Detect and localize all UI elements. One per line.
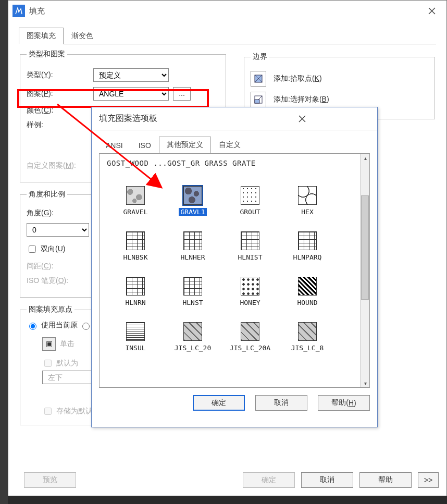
swatch-icon bbox=[298, 231, 317, 250]
palette-item-hex[interactable]: HEX bbox=[279, 186, 336, 216]
swatch-icon bbox=[126, 186, 145, 205]
palette-item-hlnparq[interactable]: HLNPARQ bbox=[279, 231, 336, 261]
pattern-browse-button[interactable]: ... bbox=[173, 87, 191, 101]
help-button[interactable]: 帮助 bbox=[359, 472, 412, 488]
palette-cancel-button[interactable]: 取消 bbox=[255, 395, 307, 411]
swatch-icon bbox=[126, 322, 145, 341]
swatch-icon bbox=[126, 277, 145, 296]
palette-scrollbar[interactable]: ▴ ▾ bbox=[360, 154, 369, 387]
angle-combo[interactable]: 0 bbox=[27, 223, 89, 237]
swatch-icon bbox=[183, 277, 202, 296]
palette-item-gravl1[interactable]: GRAVL1 bbox=[164, 186, 221, 216]
palette-item-insul[interactable]: INSUL bbox=[107, 322, 164, 352]
palette-item-hlnbsk[interactable]: HLNBSK bbox=[107, 231, 164, 261]
type-label: 类型(Y): bbox=[27, 70, 89, 80]
tab-pattern[interactable]: 图案填充 bbox=[19, 28, 64, 44]
type-pattern-legend: 类型和图案 bbox=[27, 50, 67, 59]
swatch-icon bbox=[298, 277, 317, 296]
swatch-icon bbox=[298, 322, 317, 341]
angle-scale-legend: 角度和比例 bbox=[27, 190, 67, 199]
boundary-legend: 边界 bbox=[251, 52, 269, 62]
swatch-icon bbox=[298, 186, 317, 205]
palette-tab-custom[interactable]: 自定义 bbox=[211, 137, 249, 153]
ok-button: 确定 bbox=[243, 472, 295, 488]
use-current-origin-radio[interactable]: 使用当前原 bbox=[27, 321, 78, 330]
swatch-label: JIS_LC_20A bbox=[230, 344, 270, 352]
swatch-label: JIS_LC_20 bbox=[175, 344, 211, 352]
swatch-icon bbox=[183, 322, 202, 341]
tab-gradient[interactable]: 渐变色 bbox=[64, 28, 101, 44]
swatch-icon bbox=[241, 322, 259, 341]
palette-title: 填充图案选项板 bbox=[99, 113, 234, 124]
app-icon bbox=[13, 5, 25, 17]
palette-item-gravel[interactable]: GRAVEL bbox=[107, 186, 164, 216]
type-combo[interactable]: 预定义 bbox=[93, 68, 169, 82]
add-select-obj-button[interactable] bbox=[251, 92, 266, 107]
palette-list[interactable]: GOST_WOOD ...GOST_GR GRASS GRATE GRAVELG… bbox=[99, 153, 370, 388]
swatch-label: HLNRN bbox=[125, 299, 145, 306]
swatch-icon bbox=[241, 186, 259, 205]
spacing-label: 间距(C): bbox=[27, 262, 89, 271]
palette-item-hlnher[interactable]: HLNHER bbox=[164, 231, 221, 261]
swatch-label: HLNPARQ bbox=[293, 253, 322, 261]
default-to-check: 默认为 bbox=[42, 358, 78, 368]
swatch-icon bbox=[183, 231, 202, 250]
scroll-up-icon[interactable]: ▴ bbox=[361, 154, 369, 162]
click-set-label: 单击 bbox=[60, 339, 74, 349]
palette-item-hound[interactable]: HOUND bbox=[279, 277, 336, 306]
expand-button[interactable]: >> bbox=[418, 472, 439, 488]
palette-close-button[interactable] bbox=[234, 111, 370, 127]
main-tabs: 图案填充 渐变色 bbox=[19, 27, 436, 44]
swatch-label: GRAVEL bbox=[123, 208, 148, 216]
palette-item-jis_lc_20[interactable]: JIS_LC_20 bbox=[164, 322, 221, 352]
sample-label: 样例: bbox=[27, 120, 89, 130]
iso-pen-label: ISO 笔宽(O): bbox=[27, 276, 89, 286]
palette-tab-iso[interactable]: ISO bbox=[131, 138, 159, 153]
scroll-down-icon[interactable]: ▾ bbox=[361, 379, 369, 387]
swatch-label: HLNST bbox=[182, 299, 203, 306]
palette-tab-ansi[interactable]: ANSI bbox=[98, 138, 131, 153]
window-title: 填充 bbox=[29, 6, 421, 16]
palette-partial-row: GOST_WOOD ...GOST_GR GRASS GRATE bbox=[107, 159, 362, 167]
add-select-label: 添加:选择对象(B) bbox=[274, 95, 329, 104]
color-label: 颜色(C): bbox=[27, 106, 89, 115]
swatch-icon bbox=[183, 186, 202, 205]
scroll-thumb[interactable] bbox=[361, 195, 369, 300]
palette-item-grout[interactable]: GROUT bbox=[221, 186, 279, 216]
swatch-label: HOUND bbox=[297, 299, 317, 306]
swatch-label: INSUL bbox=[125, 344, 145, 352]
hatch-palette-dialog: 填充图案选项板 ANSI ISO 其他预定义 自定义 GOST_WOOD ...… bbox=[91, 107, 378, 427]
swatch-label: JIS_LC_8 bbox=[291, 344, 324, 352]
palette-tab-other[interactable]: 其他预定义 bbox=[159, 137, 211, 153]
palette-help-button[interactable]: 帮助(H) bbox=[318, 395, 370, 411]
two-way-check[interactable]: 双向(U) bbox=[27, 244, 65, 254]
swatch-icon bbox=[241, 277, 259, 296]
swatch-label: HLNIST bbox=[238, 253, 263, 261]
angle-label: 角度(G): bbox=[27, 208, 89, 218]
custom-pattern-label: 自定义图案(M): bbox=[27, 161, 89, 170]
preview-button: 预览 bbox=[24, 472, 76, 488]
swatch-label: HONEY bbox=[240, 299, 260, 306]
palette-item-jis_lc_8[interactable]: JIS_LC_8 bbox=[279, 322, 336, 352]
cancel-button[interactable]: 取消 bbox=[301, 472, 353, 488]
swatch-label: GROUT bbox=[240, 208, 260, 216]
swatch-icon bbox=[126, 231, 145, 250]
palette-item-hlnrn[interactable]: HLNRN bbox=[107, 277, 164, 306]
palette-item-jis_lc_20a[interactable]: JIS_LC_20A bbox=[221, 322, 279, 352]
titlebar: 填充 bbox=[8, 1, 446, 21]
pattern-label: 图案(P): bbox=[27, 89, 89, 99]
pattern-combo[interactable]: ANGLE bbox=[93, 87, 169, 101]
add-pick-label: 添加:拾取点(K) bbox=[274, 74, 322, 83]
palette-ok-button[interactable]: 确定 bbox=[193, 395, 245, 411]
palette-item-hlnst[interactable]: HLNST bbox=[164, 277, 221, 306]
swatch-label: HLNBSK bbox=[123, 253, 148, 261]
add-pick-point-button[interactable] bbox=[251, 71, 266, 87]
palette-item-hlnist[interactable]: HLNIST bbox=[221, 231, 279, 261]
swatch-icon bbox=[241, 231, 259, 250]
svg-rect-2 bbox=[255, 100, 259, 103]
palette-item-honey[interactable]: HONEY bbox=[221, 277, 279, 306]
origin-legend: 图案填充原点 bbox=[27, 305, 74, 314]
close-button[interactable] bbox=[421, 1, 442, 21]
swatch-label: HEX bbox=[301, 208, 313, 216]
pick-origin-button: ▣ bbox=[42, 337, 56, 351]
